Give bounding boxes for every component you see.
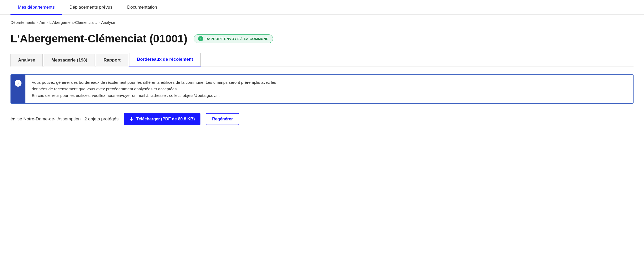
nav-item-mes-departements[interactable]: Mes départements bbox=[10, 0, 62, 15]
nav-item-documentation[interactable]: Documentation bbox=[120, 0, 164, 15]
info-box-sidebar: i bbox=[11, 75, 25, 103]
breadcrumb: Départements › Ain › L'Abergement-Clémen… bbox=[0, 15, 644, 27]
tab-messagerie[interactable]: Messagerie (198) bbox=[44, 54, 95, 66]
info-icon: i bbox=[15, 80, 21, 87]
info-box-content: Vous pouvez générer des bordereaux de ré… bbox=[25, 75, 282, 103]
tab-bordereaux[interactable]: Bordereaux de récolement bbox=[129, 53, 200, 66]
breadcrumb-commune[interactable]: L'Abergement-Clémencia... bbox=[50, 20, 97, 25]
top-navigation: Mes départements Déplacements prévus Doc… bbox=[0, 0, 644, 15]
tab-rapport[interactable]: Rapport bbox=[96, 54, 128, 66]
download-button-label: Télécharger (PDF de 80.8 KB) bbox=[136, 117, 195, 121]
edifice-row: église Notre-Dame-de-l'Assomption · 2 ob… bbox=[10, 113, 634, 125]
info-box: i Vous pouvez générer des bordereaux de … bbox=[10, 74, 634, 104]
edifice-label: église Notre-Dame-de-l'Assomption · 2 ob… bbox=[10, 116, 118, 122]
status-badge-text: RAPPORT ENVOYÉ À LA COMMUNE bbox=[205, 37, 269, 41]
breadcrumb-current: Analyse bbox=[101, 20, 115, 25]
page-title: L'Abergement-Clémenciat (01001) bbox=[10, 32, 187, 45]
breadcrumb-sep-2: › bbox=[47, 20, 48, 24]
tab-analyse[interactable]: Analyse bbox=[10, 54, 43, 66]
download-button[interactable]: ⬇ Télécharger (PDF de 80.8 KB) bbox=[124, 113, 200, 125]
main-content: L'Abergement-Clémenciat (01001) ✓ RAPPOR… bbox=[0, 27, 644, 136]
breadcrumb-ain[interactable]: Ain bbox=[40, 20, 45, 25]
breadcrumb-sep-1: › bbox=[37, 20, 38, 24]
info-line-1: Vous pouvez générer des bordereaux de ré… bbox=[32, 79, 276, 86]
breadcrumb-departements[interactable]: Départements bbox=[10, 20, 35, 25]
nav-item-deplacements[interactable]: Déplacements prévus bbox=[62, 0, 120, 15]
page-header: L'Abergement-Clémenciat (01001) ✓ RAPPOR… bbox=[10, 32, 634, 45]
status-badge: ✓ RAPPORT ENVOYÉ À LA COMMUNE bbox=[194, 34, 273, 43]
info-line-3: En cas d'erreur pour les édifices, veuil… bbox=[32, 92, 276, 99]
download-icon: ⬇ bbox=[129, 116, 133, 122]
tabs: Analyse Messagerie (198) Rapport Bordere… bbox=[10, 53, 634, 66]
info-line-2: données de recensement que vous avez pré… bbox=[32, 86, 276, 92]
check-icon: ✓ bbox=[198, 36, 203, 41]
regenerate-button[interactable]: Regénérer bbox=[206, 113, 239, 125]
breadcrumb-sep-3: › bbox=[99, 20, 100, 24]
